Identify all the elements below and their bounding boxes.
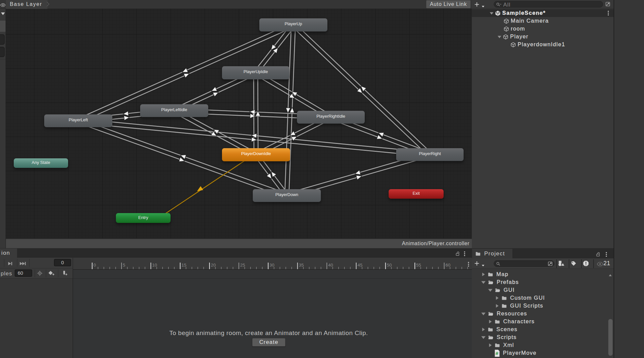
svg-text:35: 35	[299, 263, 304, 268]
svg-text:5: 5	[123, 263, 125, 268]
svg-text:25: 25	[240, 263, 245, 268]
svg-text:#: #	[495, 350, 499, 356]
svg-text:55: 55	[416, 263, 421, 268]
svg-text:30: 30	[269, 263, 274, 268]
svg-text:60: 60	[446, 263, 451, 268]
svg-text:50: 50	[387, 263, 392, 268]
svg-text:15: 15	[181, 263, 186, 268]
svg-text:10: 10	[152, 263, 157, 268]
svg-text:20: 20	[211, 263, 216, 268]
svg-text:0: 0	[94, 263, 96, 268]
svg-text:45: 45	[358, 263, 362, 268]
svg-text:40: 40	[328, 263, 333, 268]
